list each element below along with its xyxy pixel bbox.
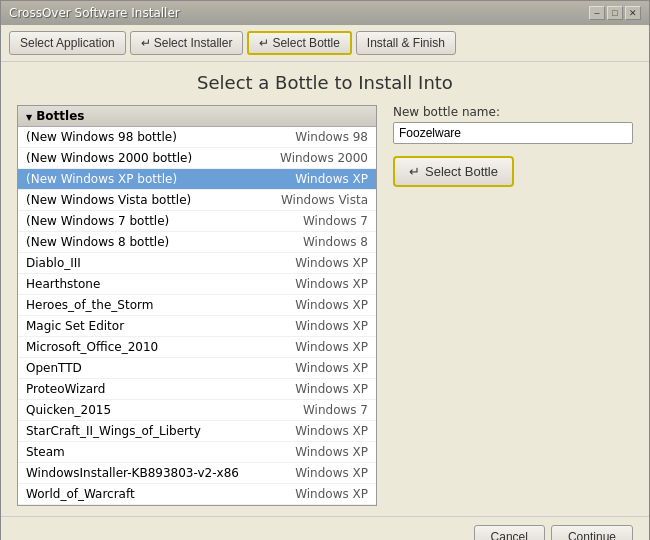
window-title: CrossOver Software Installer: [9, 6, 180, 20]
nav-bar: Select Application ↵ Select Installer ↵ …: [1, 25, 649, 62]
main-window: CrossOver Software Installer – □ ✕ Selec…: [0, 0, 650, 540]
new-bottle-input[interactable]: [393, 122, 633, 144]
bottle-name: Hearthstone: [26, 277, 278, 291]
bottle-name: Microsoft_Office_2010: [26, 340, 278, 354]
enter-icon-bottle: ↵: [259, 36, 269, 50]
bottle-os: Windows 2000: [278, 151, 368, 165]
list-item[interactable]: StarCraft_II_Wings_of_LibertyWindows XP: [18, 421, 376, 442]
list-item[interactable]: World_of_WarcraftWindows XP: [18, 484, 376, 505]
enter-icon-installer: ↵: [141, 36, 151, 50]
list-item[interactable]: Microsoft_Office_2010Windows XP: [18, 337, 376, 358]
nav-select-bottle[interactable]: ↵ Select Bottle: [247, 31, 351, 55]
list-item[interactable]: Magic Set EditorWindows XP: [18, 316, 376, 337]
bottle-name: Magic Set Editor: [26, 319, 278, 333]
content-area: Bottles (New Windows 98 bottle)Windows 9…: [17, 105, 633, 506]
nav-select-installer-label: Select Installer: [154, 36, 233, 50]
nav-install-finish[interactable]: Install & Finish: [356, 31, 456, 55]
list-item[interactable]: HearthstoneWindows XP: [18, 274, 376, 295]
select-bottle-button[interactable]: ↵ Select Bottle: [393, 156, 514, 187]
bottle-name: Diablo_III: [26, 256, 278, 270]
nav-install-finish-label: Install & Finish: [367, 36, 445, 50]
bottles-panel: Bottles (New Windows 98 bottle)Windows 9…: [17, 105, 377, 506]
list-item[interactable]: (New Windows XP bottle)Windows XP: [18, 169, 376, 190]
bottle-os: Windows 7: [278, 214, 368, 228]
bottle-os: Windows XP: [278, 466, 368, 480]
nav-select-application-label: Select Application: [20, 36, 115, 50]
bottle-name: (New Windows Vista bottle): [26, 193, 278, 207]
bottles-list[interactable]: (New Windows 98 bottle)Windows 98(New Wi…: [18, 127, 376, 505]
bottles-header-label: Bottles: [36, 109, 84, 123]
list-item[interactable]: (New Windows 7 bottle)Windows 7: [18, 211, 376, 232]
list-item[interactable]: (New Windows 8 bottle)Windows 8: [18, 232, 376, 253]
list-item[interactable]: (New Windows Vista bottle)Windows Vista: [18, 190, 376, 211]
bottle-os: Windows 7: [278, 403, 368, 417]
bottle-os: Windows 98: [278, 130, 368, 144]
bottle-name: StarCraft_II_Wings_of_Liberty: [26, 424, 278, 438]
bottle-name: Quicken_2015: [26, 403, 278, 417]
select-bottle-btn-label: Select Bottle: [425, 164, 498, 179]
bottle-os: Windows Vista: [278, 193, 368, 207]
bottle-os: Windows XP: [278, 256, 368, 270]
list-item[interactable]: Quicken_2015Windows 7: [18, 400, 376, 421]
maximize-button[interactable]: □: [607, 6, 623, 20]
list-item[interactable]: Heroes_of_the_StormWindows XP: [18, 295, 376, 316]
nav-select-application[interactable]: Select Application: [9, 31, 126, 55]
list-item[interactable]: (New Windows 2000 bottle)Windows 2000: [18, 148, 376, 169]
bottle-os: Windows XP: [278, 298, 368, 312]
list-item[interactable]: (New Windows 98 bottle)Windows 98: [18, 127, 376, 148]
page-title: Select a Bottle to Install Into: [17, 72, 633, 93]
bottle-os: Windows XP: [278, 361, 368, 375]
bottle-os: Windows XP: [278, 319, 368, 333]
cancel-button[interactable]: Cancel: [474, 525, 545, 540]
continue-button[interactable]: Continue: [551, 525, 633, 540]
bottle-name: Steam: [26, 445, 278, 459]
close-button[interactable]: ✕: [625, 6, 641, 20]
bottle-name: (New Windows XP bottle): [26, 172, 278, 186]
bottle-os: Windows XP: [278, 424, 368, 438]
list-item[interactable]: Diablo_IIIWindows XP: [18, 253, 376, 274]
bottle-os: Windows XP: [278, 172, 368, 186]
bottle-os: Windows XP: [278, 445, 368, 459]
nav-select-installer[interactable]: ↵ Select Installer: [130, 31, 244, 55]
bottle-os: Windows XP: [278, 340, 368, 354]
list-item[interactable]: OpenTTDWindows XP: [18, 358, 376, 379]
minimize-button[interactable]: –: [589, 6, 605, 20]
title-bar-controls: – □ ✕: [589, 6, 641, 20]
list-item[interactable]: SteamWindows XP: [18, 442, 376, 463]
bottom-bar: Cancel Continue: [1, 516, 649, 540]
list-item[interactable]: ProteoWizardWindows XP: [18, 379, 376, 400]
list-item[interactable]: WindowsInstaller-KB893803-v2-x86Windows …: [18, 463, 376, 484]
bottles-header: Bottles: [18, 106, 376, 127]
new-bottle-label: New bottle name:: [393, 105, 633, 119]
bottle-name: (New Windows 2000 bottle): [26, 151, 278, 165]
bottle-name: ProteoWizard: [26, 382, 278, 396]
bottle-os: Windows XP: [278, 277, 368, 291]
bottle-name: (New Windows 98 bottle): [26, 130, 278, 144]
nav-select-bottle-label: Select Bottle: [272, 36, 339, 50]
new-bottle-name-section: New bottle name:: [393, 105, 633, 144]
bottle-name: (New Windows 7 bottle): [26, 214, 278, 228]
bottle-name: WindowsInstaller-KB893803-v2-x86: [26, 466, 278, 480]
chevron-down-icon: [26, 109, 32, 123]
right-panel: New bottle name: ↵ Select Bottle: [393, 105, 633, 506]
bottle-os: Windows 8: [278, 235, 368, 249]
bottle-name: OpenTTD: [26, 361, 278, 375]
title-bar: CrossOver Software Installer – □ ✕: [1, 1, 649, 25]
enter-icon-select: ↵: [409, 164, 420, 179]
bottle-name: Heroes_of_the_Storm: [26, 298, 278, 312]
bottle-os: Windows XP: [278, 382, 368, 396]
bottle-name: (New Windows 8 bottle): [26, 235, 278, 249]
bottle-name: World_of_Warcraft: [26, 487, 278, 501]
main-area: Select a Bottle to Install Into Bottles …: [1, 62, 649, 516]
bottle-os: Windows XP: [278, 487, 368, 501]
